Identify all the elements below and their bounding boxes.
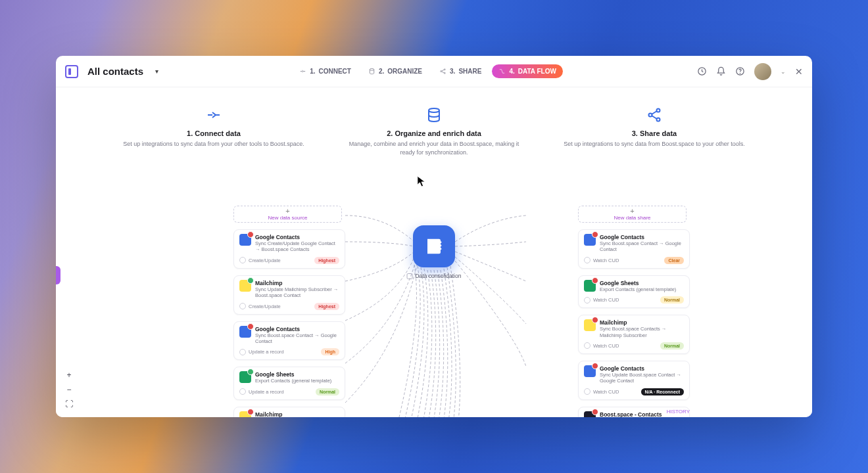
avatar[interactable]: [754, 63, 771, 80]
boost-icon: [584, 411, 596, 417]
contacts-icon: [424, 236, 444, 256]
card-title: Google Sheets: [255, 371, 339, 378]
card-subtitle: Export Contacts (general template): [600, 286, 684, 292]
top-bar: All contacts ▾ 1. CONNECT 2. ORGANIZE 3.…: [56, 56, 812, 87]
svg-point-2: [444, 69, 445, 70]
svg-point-6: [740, 73, 740, 74]
step-dataflow[interactable]: 4. DATA FLOW: [492, 64, 562, 78]
source-card[interactable]: Google Contacts Sync Create/Update Googl…: [233, 229, 345, 269]
help-icon[interactable]: [735, 66, 745, 76]
col-share: 3. Share data Set up integrations to syn…: [556, 107, 753, 156]
sheets-icon: [239, 371, 251, 383]
source-stack: + New data source Google Contacts Sync C…: [233, 206, 345, 417]
title-dropdown[interactable]: ▾: [155, 68, 158, 75]
share-card[interactable]: Google Contacts Sync Boost.space Contact…: [578, 229, 690, 269]
source-card[interactable]: Mailchimp Sync Update Mailchimp Subscrib…: [233, 275, 345, 315]
source-card[interactable]: Google Contacts Sync Boost.space Contact…: [233, 321, 345, 361]
card-title: Mailchimp: [255, 280, 339, 286]
square-icon: [407, 273, 413, 279]
share-icon: [439, 68, 446, 75]
app-logo-icon: [65, 65, 78, 78]
google-icon: [239, 234, 251, 246]
page-title: All contacts: [87, 66, 143, 77]
mailchimp-icon: [239, 411, 251, 417]
step-nav: 1. CONNECT 2. ORGANIZE 3. SHARE 4. DATA …: [165, 64, 690, 78]
card-title: Google Contacts: [600, 365, 684, 372]
step-connect[interactable]: 1. CONNECT: [293, 64, 358, 78]
center-node[interactable]: [413, 225, 455, 267]
svg-point-7: [429, 108, 439, 112]
connect-col-icon: [206, 107, 222, 123]
svg-point-0: [370, 68, 374, 70]
app-window: All contacts ▾ 1. CONNECT 2. ORGANIZE 3.…: [56, 56, 812, 417]
close-icon[interactable]: ✕: [795, 66, 803, 77]
topbar-actions: ⌄ ✕: [697, 63, 803, 80]
card-subtitle: Sync Update Mailchimp Subscriber → Boost…: [255, 286, 339, 299]
zoom-out[interactable]: −: [64, 384, 74, 395]
card-title: Google Sheets: [600, 280, 684, 286]
card-title: Mailchimp: [600, 319, 684, 326]
mouse-cursor: [417, 175, 426, 187]
history-icon[interactable]: [697, 66, 707, 76]
center-label: Data consolidation: [407, 273, 462, 279]
card-subtitle: Sync Update Boost.space Contact → Google…: [600, 372, 684, 384]
card-title: Google Contacts: [255, 326, 339, 332]
new-data-source[interactable]: + New data source: [233, 206, 342, 223]
svg-point-1: [441, 71, 442, 72]
card-title: Google Contacts: [600, 234, 684, 240]
card-title: Mailchimp: [255, 411, 339, 417]
connect-icon: [299, 68, 306, 75]
new-data-share[interactable]: + New data share: [578, 206, 687, 223]
database-col-icon: [426, 107, 442, 123]
database-icon: [368, 68, 375, 75]
google-icon: [239, 326, 251, 338]
bell-icon[interactable]: [716, 66, 726, 76]
history-link[interactable]: HISTORY: [667, 409, 690, 415]
card-subtitle: Sync Boost.space Contact → Google Contac…: [600, 240, 684, 253]
card-subtitle: Export Contacts (general template): [255, 378, 339, 384]
google-icon: [584, 365, 596, 377]
source-card[interactable]: Google Sheets Export Contacts (general t…: [233, 367, 345, 399]
flow-canvas[interactable]: 1. Connect data Set up integrations to s…: [56, 87, 812, 417]
zoom-in[interactable]: +: [64, 370, 74, 380]
col-connect: 1. Connect data Set up integrations to s…: [115, 107, 312, 156]
google-icon: [584, 234, 596, 246]
share-col-icon: [646, 107, 662, 123]
card-subtitle: Sync Create/Update Google Contact → Boos…: [255, 240, 339, 253]
mailchimp-icon: [584, 319, 596, 331]
plus-icon: +: [630, 208, 634, 215]
side-tab[interactable]: [56, 266, 60, 284]
sheets-icon: [584, 280, 596, 292]
flow-icon: [498, 68, 506, 75]
column-headers: 1. Connect data Set up integrations to s…: [56, 87, 812, 156]
svg-point-3: [444, 72, 445, 74]
step-share[interactable]: 3. SHARE: [433, 64, 488, 78]
share-stack: + New data share Google Contacts Sync Bo…: [578, 206, 690, 417]
step-organize[interactable]: 2. ORGANIZE: [362, 64, 429, 78]
avatar-caret[interactable]: ⌄: [781, 68, 786, 75]
zoom-fit[interactable]: ⛶: [64, 399, 74, 409]
card-title: Google Contacts: [255, 234, 339, 240]
col-organize: 2. Organize and enrich data Manage, comb…: [335, 107, 533, 156]
share-card[interactable]: Google Contacts Sync Update Boost.space …: [578, 361, 690, 400]
card-subtitle: Sync Boost.space Contacts → Mailchimp Su…: [600, 326, 684, 338]
plus-icon: +: [285, 208, 289, 215]
zoom-controls: + − ⛶: [64, 370, 74, 409]
card-subtitle: Sync Boost.space Contact → Google Contac…: [255, 332, 339, 345]
mailchimp-icon: [239, 280, 251, 292]
share-card[interactable]: Google Sheets Export Contacts (general t…: [578, 275, 690, 308]
source-card[interactable]: Mailchimp Sync Mailchimp Watch Subscribe…: [233, 407, 345, 417]
share-card[interactable]: Mailchimp Sync Boost.space Contacts → Ma…: [578, 315, 690, 354]
